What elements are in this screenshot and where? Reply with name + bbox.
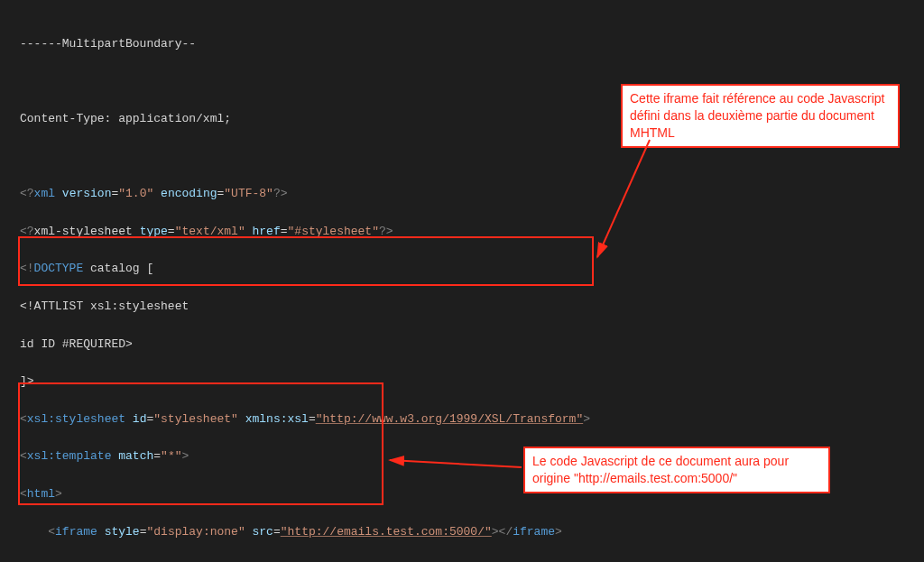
- punc: =: [273, 525, 281, 539]
- attr: href: [253, 225, 281, 238]
- attr-val: "#stylesheet": [288, 225, 379, 238]
- bracket: ]>: [20, 374, 34, 388]
- attr-val: "http://emails.test.com:5000/": [281, 525, 492, 539]
- attlist: <!ATTLIST xsl:stylesheet: [20, 299, 189, 313]
- code-line: <?xml version="1.0" encoding="UTF-8"?>: [20, 185, 904, 204]
- punc: ?>: [379, 225, 393, 238]
- attr: src: [253, 525, 273, 539]
- punc: >: [55, 487, 62, 501]
- tag: html: [27, 487, 55, 501]
- punc: =: [309, 412, 316, 426]
- punc: >: [181, 449, 189, 463]
- code-line: <xsl:stylesheet id="stylesheet" xmlns:xs…: [20, 410, 904, 429]
- callout-iframe: Cette iframe fait référence au code Java…: [621, 84, 900, 148]
- attr-val: "1.0": [118, 187, 153, 200]
- code-line: ------MultipartBoundary--: [20, 35, 904, 54]
- boundary-top: ------MultipartBoundary--: [20, 37, 196, 51]
- code-line: <!ATTLIST xsl:stylesheet: [20, 298, 904, 317]
- punc: <!: [20, 262, 34, 275]
- punc: =: [281, 225, 288, 238]
- punc: ></: [492, 525, 513, 539]
- punc: <: [48, 525, 55, 539]
- doctype: DOCTYPE: [34, 262, 84, 275]
- attr: xmlns:xsl: [245, 412, 309, 426]
- attr: type: [140, 225, 168, 238]
- code-line: <?xml-stylesheet type="text/xml" href="#…: [20, 223, 904, 242]
- punc: ?>: [273, 187, 288, 200]
- attr-val: "stylesheet": [153, 412, 238, 426]
- tag: xsl:stylesheet: [27, 412, 125, 426]
- punc: <: [20, 449, 27, 463]
- punc: =: [153, 449, 161, 463]
- attr: encoding: [161, 187, 217, 200]
- doctype-rest: catalog [: [83, 262, 153, 275]
- attr-val: "display:none": [146, 525, 245, 539]
- attr-val: "http://www.w3.org/1999/XSL/Transform": [316, 412, 583, 426]
- punc: <?: [20, 225, 34, 238]
- punc: >: [555, 525, 562, 539]
- attr: version: [62, 187, 112, 200]
- attr-val: "text/xml": [175, 225, 245, 238]
- code-line: <!DOCTYPE catalog [: [20, 260, 904, 279]
- content-type-1: Content-Type: application/xml;: [20, 112, 231, 125]
- attr: style: [105, 525, 140, 539]
- punc: <?: [20, 187, 34, 200]
- callout-script: Le code Javascript de ce document aura p…: [523, 447, 830, 493]
- tag: iframe: [513, 525, 555, 539]
- code-line: ]>: [20, 373, 904, 392]
- tag: iframe: [55, 525, 97, 539]
- attr: match: [118, 449, 153, 463]
- punc: <: [20, 412, 27, 426]
- xml-decl: xml: [34, 187, 62, 200]
- attr: id: [133, 412, 147, 426]
- punc: =: [168, 225, 175, 238]
- code-line: <iframe style="display:none" src="http:/…: [20, 523, 904, 542]
- tag: xsl:template: [27, 449, 112, 463]
- punc: >: [583, 412, 590, 426]
- code-line: id ID #REQUIRED>: [20, 336, 904, 355]
- idline: id ID #REQUIRED>: [20, 337, 133, 351]
- attr-val: "UTF-8": [224, 187, 273, 200]
- stylesheet-decl: xml-stylesheet: [34, 225, 140, 238]
- code-line: [20, 148, 904, 167]
- punc: <: [20, 487, 27, 501]
- attr-val: "*": [161, 449, 181, 463]
